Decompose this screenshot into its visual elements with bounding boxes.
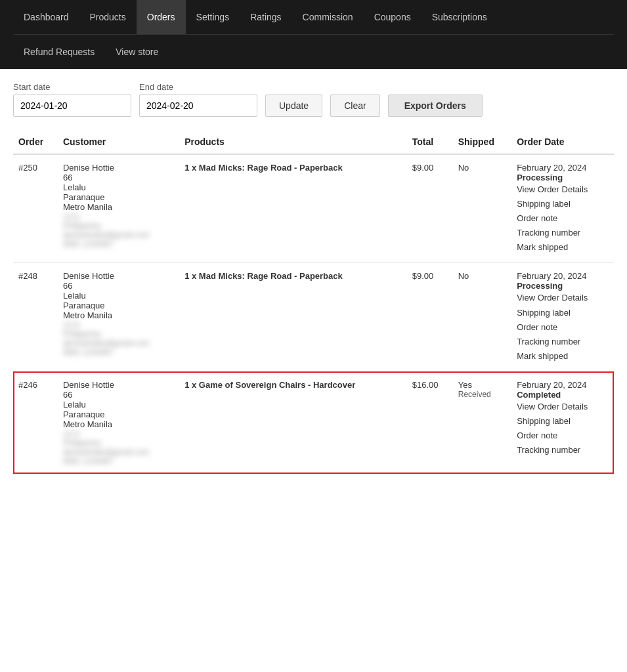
nav-item-commission[interactable]: Commission — [292, 0, 364, 34]
nav-item-dashboard[interactable]: Dashboard — [13, 0, 79, 34]
customer-address-line: Paranaque — [63, 192, 174, 202]
order-date: February 20, 2024 — [517, 271, 609, 281]
customer-name: Denise Hottie — [63, 271, 174, 281]
order-link[interactable]: View Order Details — [517, 400, 609, 414]
customer-address-line: Lelalu — [63, 400, 174, 410]
start-date-label: Start date — [13, 82, 131, 92]
order-total: $9.00 — [407, 154, 453, 263]
shipped-status: No — [453, 154, 511, 263]
customer-blurred-1: 1111 — [63, 429, 174, 438]
col-header-order: Order — [13, 130, 58, 154]
customer-address-line: Lelalu — [63, 182, 174, 192]
customer-address-line: 66 — [63, 281, 174, 291]
customer-blurred-4: 0991 1234567 — [63, 240, 174, 249]
table-row: #246Denise Hottie66LelaluParanaqueMetro … — [13, 371, 614, 474]
order-link[interactable]: Order note — [517, 320, 609, 335]
orders-table: OrderCustomerProductsTotalShippedOrder D… — [13, 130, 614, 474]
order-date: February 20, 2024 — [517, 163, 609, 173]
end-date-group: End date — [139, 82, 257, 117]
order-link[interactable]: Order note — [517, 429, 609, 443]
nav-row-1: DashboardProductsOrdersSettingsRatingsCo… — [13, 0, 614, 34]
customer-name: Denise Hottie — [63, 380, 174, 390]
order-number: #248 — [13, 263, 58, 371]
customer-address-line: Lelalu — [63, 291, 174, 301]
customer-blurred-2: Philippines — [63, 438, 174, 448]
customer-address-line: Paranaque — [63, 301, 174, 310]
customer-address-line: Paranaque — [63, 410, 174, 419]
order-link[interactable]: Mark shipped — [517, 349, 609, 364]
order-number: #246 — [13, 371, 58, 474]
update-button[interactable]: Update — [265, 94, 322, 117]
start-date-group: Start date — [13, 82, 131, 117]
nav-item-view-store[interactable]: View store — [105, 35, 169, 69]
nav-item-settings[interactable]: Settings — [186, 0, 240, 34]
nav-row-2: Refund RequestsView store — [13, 34, 614, 69]
customer-info: Denise Hottie66LelaluParanaqueMetro Mani… — [58, 263, 179, 371]
order-link[interactable]: View Order Details — [517, 291, 609, 305]
customer-blurred-1: 1111 — [63, 212, 174, 221]
nav-item-products[interactable]: Products — [79, 0, 137, 34]
product-info: 1 x Mad Micks: Rage Road - Paperback — [179, 263, 407, 371]
order-status: Processing — [517, 281, 609, 291]
nav-item-refund-requests[interactable]: Refund Requests — [13, 35, 105, 69]
customer-address-line: 66 — [63, 173, 174, 182]
order-links: View Order DetailsShipping labelOrder no… — [517, 400, 609, 457]
order-link[interactable]: Shipping label — [517, 197, 609, 211]
customer-info: Denise Hottie66LelaluParanaqueMetro Mani… — [58, 371, 179, 474]
order-link[interactable]: Tracking number — [517, 335, 609, 349]
export-orders-button[interactable]: Export Orders — [388, 94, 483, 117]
order-links: View Order DetailsShipping labelOrder no… — [517, 291, 609, 363]
shipped-status: No — [453, 263, 511, 371]
customer-address-line: Metro Manila — [63, 202, 174, 212]
order-number: #250 — [13, 154, 58, 263]
order-date-cell: February 20, 2024ProcessingView Order De… — [511, 263, 614, 371]
order-link[interactable]: Shipping label — [517, 414, 609, 429]
order-link[interactable]: Tracking number — [517, 226, 609, 240]
order-total: $9.00 — [407, 263, 453, 371]
nav-item-subscriptions[interactable]: Subscriptions — [422, 0, 498, 34]
customer-blurred-2: Philippines — [63, 221, 174, 230]
customer-blurred-4: 0991 1234567 — [63, 457, 174, 466]
order-date-cell: February 20, 2024CompletedView Order Det… — [511, 371, 614, 474]
customer-blurred-3: denisehottie@gmail.com — [63, 230, 174, 240]
order-link[interactable]: View Order Details — [517, 182, 609, 197]
order-link[interactable]: Order note — [517, 211, 609, 226]
product-info: 1 x Game of Sovereign Chairs - Hardcover — [179, 371, 407, 474]
col-header-customer: Customer — [58, 130, 179, 154]
main-nav: DashboardProductsOrdersSettingsRatingsCo… — [0, 0, 627, 69]
customer-blurred-1: 1111 — [63, 320, 174, 329]
order-link[interactable]: Mark shipped — [517, 240, 609, 255]
nav-item-ratings[interactable]: Ratings — [240, 0, 292, 34]
col-header-shipped: Shipped — [453, 130, 511, 154]
start-date-input[interactable] — [13, 94, 131, 117]
col-header-total: Total — [407, 130, 453, 154]
customer-info: Denise Hottie66LelaluParanaqueMetro Mani… — [58, 154, 179, 263]
customer-blurred-2: Philippines — [63, 329, 174, 339]
order-link[interactable]: Shipping label — [517, 306, 609, 320]
table-header: OrderCustomerProductsTotalShippedOrder D… — [13, 130, 614, 154]
orders-table-wrap: OrderCustomerProductsTotalShippedOrder D… — [0, 123, 627, 488]
order-date: February 20, 2024 — [517, 380, 609, 390]
filters-section: Start date End date Update Clear Export … — [0, 69, 627, 123]
table-header-row: OrderCustomerProductsTotalShippedOrder D… — [13, 130, 614, 154]
customer-blurred-3: denisehottie@gmail.com — [63, 448, 174, 457]
product-info: 1 x Mad Micks: Rage Road - Paperback — [179, 154, 407, 263]
order-status: Processing — [517, 173, 609, 182]
table-row: #248Denise Hottie66LelaluParanaqueMetro … — [13, 263, 614, 371]
clear-button[interactable]: Clear — [330, 94, 379, 117]
col-header-order-date: Order Date — [511, 130, 614, 154]
shipped-status: YesReceived — [453, 371, 511, 474]
nav-item-orders[interactable]: Orders — [137, 0, 186, 34]
end-date-input[interactable] — [139, 94, 257, 117]
order-total: $16.00 — [407, 371, 453, 474]
table-row: #250Denise Hottie66LelaluParanaqueMetro … — [13, 154, 614, 263]
customer-address-line: Metro Manila — [63, 419, 174, 429]
order-link[interactable]: Tracking number — [517, 443, 609, 457]
nav-item-coupons[interactable]: Coupons — [364, 0, 422, 34]
customer-address-line: 66 — [63, 390, 174, 400]
order-status: Completed — [517, 390, 609, 400]
customer-name: Denise Hottie — [63, 163, 174, 173]
end-date-label: End date — [139, 82, 257, 92]
order-links: View Order DetailsShipping labelOrder no… — [517, 182, 609, 255]
customer-blurred-4: 0991 1234567 — [63, 348, 174, 357]
